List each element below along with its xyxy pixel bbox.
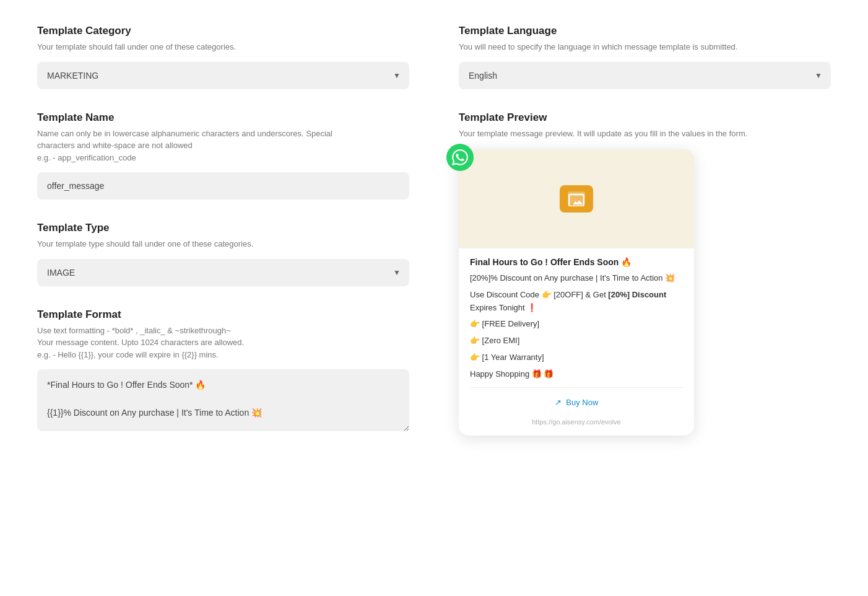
template-language-desc: You will need to specify the language in… — [459, 41, 831, 53]
preview-cta-label: Buy Now — [566, 398, 598, 407]
template-format-section: Template Format Use text formatting - *b… — [37, 309, 409, 434]
template-name-desc: Name can only be in lowercase alphanumer… — [37, 128, 409, 164]
preview-bullet-1: 👉 [FREE Delivery] — [470, 318, 683, 331]
template-category-select-wrapper: MARKETING UTILITY AUTHENTICATION ▼ — [37, 62, 409, 89]
preview-bullet-2: 👉 [Zero EMI] — [470, 335, 683, 348]
template-name-title: Template Name — [37, 112, 409, 124]
template-type-desc: Your template type should fall under one… — [37, 238, 409, 250]
template-category-select[interactable]: MARKETING UTILITY AUTHENTICATION — [37, 62, 409, 89]
template-language-select[interactable]: English Hindi Spanish French Arabic — [459, 62, 831, 89]
preview-url: https://go.aisensy.com/evolve — [459, 416, 694, 426]
template-type-select[interactable]: IMAGE TEXT VIDEO DOCUMENT — [37, 259, 409, 286]
template-preview-title: Template Preview — [459, 112, 831, 124]
template-name-section: Template Name Name can only be in lowerc… — [37, 112, 409, 200]
template-format-title: Template Format — [37, 309, 409, 321]
template-type-title: Template Type — [37, 222, 409, 234]
template-preview-section: Template Preview Your template message p… — [459, 112, 831, 436]
preview-message-body: [20%]% Discount on Any purchase | It's T… — [470, 272, 683, 381]
template-language-title: Template Language — [459, 25, 831, 37]
preview-footer: Happy Shopping 🎁 🎁 — [470, 368, 683, 381]
template-category-title: Template Category — [37, 25, 409, 37]
template-preview-desc: Your template message preview. It will u… — [459, 128, 831, 140]
preview-image-area — [459, 149, 694, 248]
preview-bullet-3: 👉 [1 Year Warranty] — [470, 351, 683, 364]
template-format-desc: Use text formatting - *bold* , _italic_ … — [37, 325, 409, 361]
preview-message-title: Final Hours to Go ! Offer Ends Soon 🔥 — [470, 257, 683, 267]
preview-line1: [20%]% Discount on Any purchase | It's T… — [470, 272, 683, 285]
preview-line2-suffix: Expires Tonight ❗ — [470, 303, 537, 312]
preview-message-content: Final Hours to Go ! Offer Ends Soon 🔥 [2… — [459, 248, 694, 416]
external-link-icon: ↗ — [555, 398, 562, 407]
preview-cta-button[interactable]: ↗ Buy Now — [470, 394, 683, 411]
template-type-select-wrapper: IMAGE TEXT VIDEO DOCUMENT ▼ — [37, 259, 409, 286]
preview-line2-bold: [20%] Discount — [608, 290, 666, 299]
template-name-input[interactable] — [37, 172, 409, 199]
whatsapp-icon — [446, 144, 474, 171]
image-icon — [560, 185, 593, 213]
template-type-section: Template Type Your template type should … — [37, 222, 409, 286]
preview-line2: Use Discount Code 👉 [20OFF] & Get [20%] … — [470, 289, 683, 315]
template-category-section: Template Category Your template should f… — [37, 25, 409, 89]
preview-divider — [470, 387, 683, 388]
preview-phone: Final Hours to Go ! Offer Ends Soon 🔥 [2… — [459, 149, 694, 436]
preview-line2-prefix: Use Discount Code 👉 [20OFF] & Get — [470, 290, 608, 299]
template-format-textarea[interactable]: *Final Hours to Go ! Offer Ends Soon* 🔥 … — [37, 369, 409, 431]
template-language-select-wrapper: English Hindi Spanish French Arabic ▼ — [459, 62, 831, 89]
template-category-desc: Your template should fall under one of t… — [37, 41, 409, 53]
template-language-section: Template Language You will need to speci… — [459, 25, 831, 89]
